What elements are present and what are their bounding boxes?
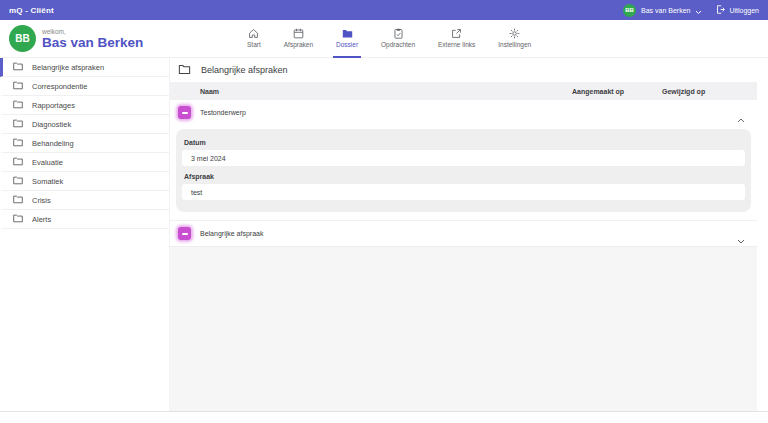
sidebar-item-correspondentie[interactable]: Correspondentie [0,77,169,96]
sidebar-item-label: Evaluatie [32,158,63,167]
table-header: Naam Aangemaakt op Gewijzigd op [170,82,757,100]
nav-label: Start [247,41,261,48]
sidebar-item-label: Correspondentie [32,82,87,91]
topic-icon [178,106,191,119]
user-menu[interactable]: BB Bas van Berken [623,1,702,19]
table-row-belangrijke-afspraak[interactable]: Belangrijke afspraak [170,221,757,246]
avatar: BB [623,4,636,17]
folder-icon [13,118,23,130]
topic-icon [178,227,191,240]
sidebar-item-evaluatie[interactable]: Evaluatie [0,153,169,172]
detail-panel: Datum 3 mei 2024 Afspraak test [176,129,751,212]
sidebar-item-label: Crisis [32,196,51,205]
column-header-aangemaakt-op: Aangemaakt op [572,88,662,95]
datum-field[interactable]: 3 mei 2024 [182,150,745,166]
clipboard-icon [393,28,404,39]
content-background [170,246,757,411]
field-label-afspraak: Afspraak [184,173,743,180]
afspraak-field[interactable]: test [182,184,745,200]
nav-item-start[interactable]: Start [244,20,264,58]
nav-item-dossier[interactable]: Dossier [333,20,361,58]
sidebar-item-label: Belangrijke afspraken [32,63,104,72]
sidebar-item-alerts[interactable]: Alerts [0,210,169,229]
nav-label: Opdrachten [381,41,415,48]
calendar-icon [293,28,304,39]
folder-icon [178,63,191,77]
topbar-right: BB Bas van Berken Uitloggen [623,1,759,19]
logout-label: Uitloggen [729,7,759,14]
table-row-testonderwerp[interactable]: Testonderwerp [170,100,757,125]
page-header: BB welkom, Bas van Berken Start Afsprake… [0,20,768,58]
section-title: Belangrijke afspraken [201,65,288,75]
external-link-icon [451,28,462,39]
column-header-naam: Naam [170,88,572,95]
sidebar-item-crisis[interactable]: Crisis [0,191,169,210]
sidebar-item-belangrijke-afspraken[interactable]: Belangrijke afspraken [0,58,169,77]
chevron-down-icon[interactable] [737,230,745,248]
avatar: BB [9,25,36,52]
gear-icon [509,28,520,39]
folder-icon [13,80,23,92]
bottom-strip [0,411,768,423]
section-header: Belangrijke afspraken [170,58,757,82]
app-window: mQ - Cliënt BB Bas van Berken Uitloggen … [0,0,768,423]
chevron-down-icon [695,1,702,19]
main-nav: Start Afspraken Dossier Opdrachten [244,20,534,58]
sidebar-item-somatiek[interactable]: Somatiek [0,172,169,191]
sidebar-item-label: Rapportages [32,101,75,110]
nav-item-afspraken[interactable]: Afspraken [281,20,316,58]
sidebar-item-behandeling[interactable]: Behandeling [0,134,169,153]
client-name: Bas van Berken [42,36,143,50]
folder-icon [13,99,23,111]
logout-button[interactable]: Uitloggen [716,5,759,15]
sidebar-item-label: Behandeling [32,139,74,148]
nav-item-instellingen[interactable]: Instellingen [495,20,534,58]
folder-icon [13,137,23,149]
sidebar-item-label: Somatiek [32,177,63,186]
logout-icon [716,5,725,15]
column-header-gewijzigd-op: Gewijzigd op [662,88,757,95]
nav-item-externe-links[interactable]: Externe links [435,20,478,58]
field-label-datum: Datum [184,139,743,146]
user-name: Bas van Berken [641,7,690,14]
folder-icon [13,194,23,206]
topbar: mQ - Cliënt BB Bas van Berken Uitloggen [0,0,768,20]
sidebar-item-diagnostiek[interactable]: Diagnostiek [0,115,169,134]
sidebar-item-label: Alerts [32,215,51,224]
client-identity: BB welkom, Bas van Berken [0,25,143,52]
sidebar-item-rapportages[interactable]: Rapportages [0,96,169,115]
nav-label: Externe links [438,41,475,48]
folder-icon [13,213,23,225]
folder-icon [342,28,353,39]
folder-icon [13,61,23,73]
nav-label: Dossier [336,41,358,48]
sidebar-item-label: Diagnostiek [32,120,71,129]
folder-icon [13,175,23,187]
app-title: mQ - Cliënt [9,6,54,15]
nav-label: Instellingen [498,41,531,48]
nav-item-opdrachten[interactable]: Opdrachten [378,20,418,58]
sidebar: Belangrijke afspraken Correspondentie Ra… [0,58,170,411]
folder-icon [13,156,23,168]
chevron-up-icon[interactable] [737,109,745,127]
home-icon [248,28,259,39]
body: Belangrijke afspraken Correspondentie Ra… [0,58,768,411]
nav-label: Afspraken [284,41,313,48]
main-content: Belangrijke afspraken Naam Aangemaakt op… [170,58,757,411]
